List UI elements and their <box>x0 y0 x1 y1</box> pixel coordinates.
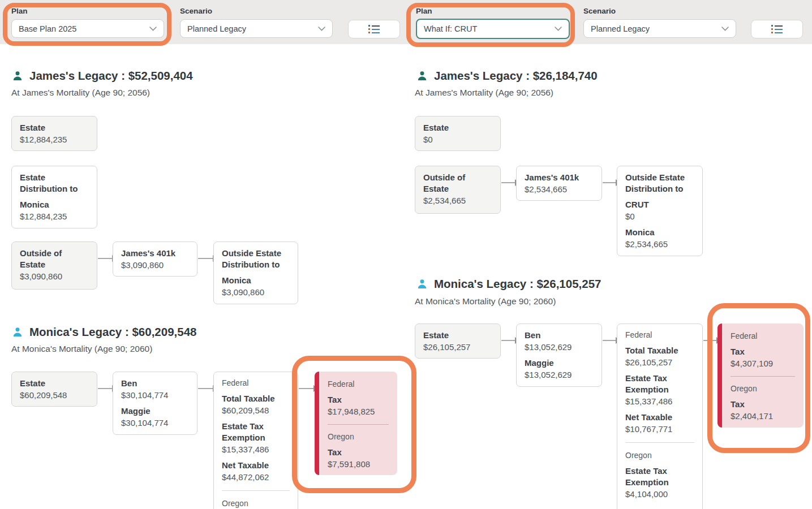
node-tax[interactable]: Federal Tax $17,948,825 Oregon Tax $7,59… <box>315 372 397 475</box>
node-estate[interactable]: Estate $60,209,548 <box>11 372 97 407</box>
node-label: Estate Distribution to <box>20 172 89 195</box>
beneficiary-name: Monica <box>20 199 89 210</box>
node-value: $0 <box>625 210 694 222</box>
detail-name: Estate Tax Exemption <box>625 373 694 395</box>
beneficiary-name: Ben <box>525 330 594 341</box>
detail-value: $60,209,548 <box>222 404 290 416</box>
legacy-title: James's Legacy : $52,509,404 <box>29 69 193 83</box>
jurisdiction-label: Oregon <box>328 432 389 442</box>
legacy-title: Monica's Legacy : $26,105,257 <box>434 277 601 291</box>
node-estate[interactable]: Estate $26,105,257 <box>415 323 501 359</box>
chevron-down-icon <box>555 27 562 31</box>
node-label: Outside of Estate <box>423 172 492 195</box>
scenario-field-right: Scenario Planned Legacy <box>583 7 736 38</box>
node-estate-distribution[interactable]: Estate Distribution to Monica $12,884,23… <box>11 166 97 228</box>
node-heirs[interactable]: Ben $13,052,629 Maggie $13,052,629 <box>516 323 602 387</box>
node-james-401k[interactable]: James's 401k $2,534,665 <box>516 166 602 201</box>
jurisdiction-label: Federal <box>731 331 795 342</box>
tax-value: $2,404,171 <box>731 410 795 422</box>
node-outside-of-estate[interactable]: Outside of Estate $2,534,665 <box>415 166 501 214</box>
node-value: $60,209,548 <box>20 389 89 401</box>
legacy-title: James's Legacy : $26,184,740 <box>434 69 598 83</box>
beneficiary-name: Ben <box>121 378 189 389</box>
tax-label: Tax <box>328 394 389 406</box>
node-value: $30,104,774 <box>121 417 189 429</box>
flow-arrow <box>98 388 113 389</box>
scenario-select-left[interactable]: Planned Legacy <box>180 19 333 38</box>
beneficiary-name: CRUT <box>625 199 694 210</box>
flow-arrow <box>198 258 213 259</box>
node-outside-estate-distribution[interactable]: Outside Estate Distribution to CRUT $0 M… <box>617 166 703 256</box>
node-value: $2,534,665 <box>625 238 694 250</box>
node-estate[interactable]: Estate $0 <box>415 116 501 151</box>
flow-arrow <box>603 182 616 183</box>
person-icon <box>417 71 427 81</box>
monica-legacy-header-right: Monica's Legacy : $26,105,257 <box>417 277 601 291</box>
detail-name: Total Taxable <box>222 393 290 404</box>
tax-value: $4,307,109 <box>731 357 795 369</box>
person-icon <box>12 71 23 81</box>
node-tax-detail[interactable]: Federal Total Taxable $26,105,257 Estate… <box>617 323 703 509</box>
node-tax-detail[interactable]: Federal Total Taxable $60,209,548 Estate… <box>213 372 298 509</box>
plan-select-right[interactable]: What If: CRUT <box>416 19 570 39</box>
person-icon <box>12 327 23 337</box>
scenario-select-left-value: Planned Legacy <box>187 24 246 33</box>
flow-arrow <box>299 388 314 389</box>
beneficiary-name: Maggie <box>525 357 594 369</box>
node-outside-estate-distribution[interactable]: Outside Estate Distribution to Monica $3… <box>213 241 298 304</box>
node-value: $3,090,860 <box>121 259 189 271</box>
flow-arrow <box>603 340 616 341</box>
toolbar: Plan Base Plan 2025 Scenario Planned Leg… <box>0 0 812 44</box>
jurisdiction-label: Federal <box>625 330 694 340</box>
node-value: $12,884,235 <box>20 210 89 222</box>
node-estate[interactable]: Estate $12,884,235 <box>11 116 97 151</box>
node-label: Estate <box>20 122 89 133</box>
detail-value: $10,767,771 <box>625 423 694 435</box>
jurisdiction-label: Federal <box>222 378 290 389</box>
legacy-subtitle: At James's Mortality (Age 90; 2056) <box>11 88 150 98</box>
detail-value: $15,337,486 <box>625 395 694 407</box>
james-legacy-header-right: James's Legacy : $26,184,740 <box>417 69 598 83</box>
node-label: Outside Estate Distribution to <box>222 248 290 270</box>
beneficiary-name: Monica <box>222 275 290 286</box>
flow-arrow <box>703 340 717 341</box>
plan-label: Plan <box>416 7 570 15</box>
detail-value: $44,872,062 <box>222 471 290 483</box>
node-heirs[interactable]: Ben $30,104,774 Maggie $30,104,774 <box>113 372 197 435</box>
divider <box>625 442 694 443</box>
tax-label: Tax <box>731 346 795 357</box>
divider <box>328 424 389 425</box>
node-label: Estate <box>423 330 492 341</box>
node-value: $3,090,860 <box>20 270 89 282</box>
tax-label: Tax <box>731 399 795 410</box>
jurisdiction-label: Oregon <box>222 498 290 509</box>
node-value: $0 <box>423 133 492 145</box>
detail-name: Net Taxable <box>625 412 694 423</box>
flow-arrow <box>501 182 515 183</box>
node-james-401k[interactable]: James's 401k $3,090,860 <box>113 241 197 277</box>
detail-name: Estate Tax Exemption <box>222 421 290 443</box>
legend-button-left[interactable] <box>348 20 400 38</box>
divider <box>731 376 795 377</box>
chevron-down-icon <box>149 27 157 31</box>
tax-value: $7,591,808 <box>328 458 389 470</box>
scenario-label: Scenario <box>180 7 333 15</box>
scenario-select-right[interactable]: Planned Legacy <box>583 19 736 38</box>
plan-field-left: Plan Base Plan 2025 <box>11 7 164 38</box>
monica-legacy-header-left: Monica's Legacy : $60,209,548 <box>12 325 196 339</box>
plan-field-right: Plan What If: CRUT <box>416 7 570 39</box>
node-value: $3,090,860 <box>222 286 290 298</box>
node-tax[interactable]: Federal Tax $4,307,109 Oregon Tax $2,404… <box>718 323 804 428</box>
beneficiary-name: Maggie <box>121 406 189 417</box>
detail-name: Total Taxable <box>625 345 694 356</box>
node-label: James's 401k <box>121 248 189 259</box>
node-label: Outside of Estate <box>20 248 89 270</box>
node-outside-of-estate[interactable]: Outside of Estate $3,090,860 <box>11 241 97 290</box>
beneficiary-name: Monica <box>625 227 694 238</box>
legend-button-right[interactable] <box>751 20 803 38</box>
plan-select-left[interactable]: Base Plan 2025 <box>11 19 164 38</box>
plan-label: Plan <box>11 7 164 15</box>
divider <box>222 490 290 491</box>
tax-label: Tax <box>328 447 389 458</box>
legacy-subtitle: At Monica's Mortality (Age 90; 2060) <box>415 296 556 307</box>
